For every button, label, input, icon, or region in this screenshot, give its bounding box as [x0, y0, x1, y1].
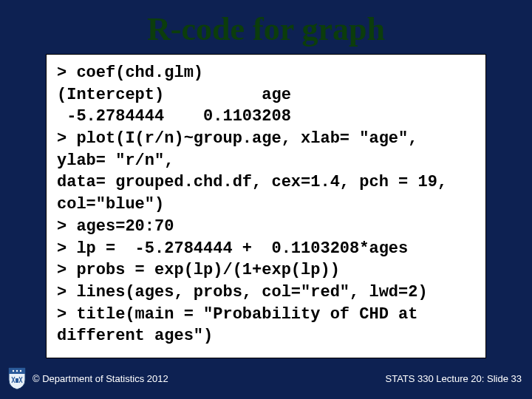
page-info: STATS 330 Lecture 20: Slide 33 [385, 373, 522, 384]
crest-icon [7, 366, 27, 390]
svg-point-0 [13, 370, 14, 372]
svg-point-1 [16, 370, 18, 372]
svg-rect-3 [16, 378, 18, 383]
footer: © Department of Statistics 2012 STATS 33… [0, 366, 532, 390]
svg-point-2 [20, 370, 21, 372]
slide-title: R-code for graph [0, 0, 532, 54]
code-block: > coef(chd.glm) (Intercept) age -5.27844… [46, 54, 486, 358]
footer-left: © Department of Statistics 2012 [7, 366, 168, 390]
copyright-text: © Department of Statistics 2012 [33, 373, 168, 384]
